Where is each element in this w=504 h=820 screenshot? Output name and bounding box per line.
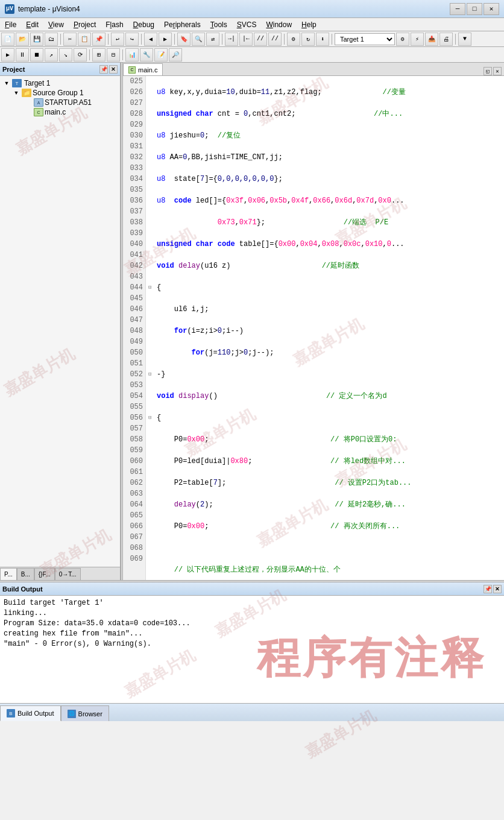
tb2-btn11[interactable]: 📝 bbox=[154, 48, 168, 62]
maximize-button[interactable]: □ bbox=[467, 3, 482, 15]
save-all-button[interactable]: 🗂 bbox=[45, 33, 58, 46]
tb2-btn6[interactable]: ⟳ bbox=[74, 48, 87, 62]
editor-tab-bar: C main.c ◱ ✕ bbox=[123, 63, 504, 76]
tree-expand-sourcegroup1[interactable]: ▼ bbox=[12, 89, 20, 97]
tb2-btn7[interactable]: ⊞ bbox=[92, 48, 106, 62]
bottom-tab-browser[interactable]: 🌐 Browser bbox=[61, 705, 109, 721]
code-lines: u8 key,x,y,duia=10,duib=11,z1,z2,flag; /… bbox=[146, 76, 504, 580]
undo-button[interactable]: ↩ bbox=[111, 33, 124, 46]
indent-button[interactable]: →| bbox=[225, 33, 238, 46]
separator-3 bbox=[141, 34, 142, 45]
separator-6 bbox=[284, 34, 285, 45]
build-line-3: Program Size: data=35.0 xdata=0 code=103… bbox=[4, 619, 500, 629]
tree-expand-startup bbox=[24, 98, 33, 107]
tree-item-startup[interactable]: A STARTUP.A51 bbox=[2, 98, 118, 107]
tb2-btn9[interactable]: 📊 bbox=[125, 48, 139, 62]
bookmark-button[interactable]: 🔖 bbox=[177, 33, 191, 46]
toolbar-1: 📄 📂 💾 🗂 ✂ 📋 📌 ↩ ↪ ◀ ▶ 🔖 🔍 ⇄ →| |← // // … bbox=[0, 31, 504, 47]
tb2-btn2[interactable]: ⏸ bbox=[16, 48, 29, 62]
menu-tools[interactable]: Tools bbox=[206, 19, 232, 30]
outdent-button[interactable]: |← bbox=[239, 33, 253, 46]
build-line-2: linking... bbox=[4, 608, 500, 619]
save-button[interactable]: 💾 bbox=[30, 33, 43, 46]
code-editor[interactable]: 025026027028029 030031032033034 03503603… bbox=[123, 76, 504, 580]
dropdown-arrow[interactable]: ▼ bbox=[458, 33, 471, 46]
nav-fwd-button[interactable]: ▶ bbox=[159, 33, 172, 46]
build-pin-button[interactable]: 📌 bbox=[484, 585, 492, 593]
line-numbers: 025026027028029 030031032033034 03503603… bbox=[123, 76, 146, 580]
target-dropdown[interactable]: Target 1 bbox=[335, 33, 395, 45]
proj-tab-project[interactable]: P... bbox=[0, 568, 17, 580]
menu-file[interactable]: File bbox=[0, 19, 21, 30]
tb2-btn1[interactable]: ▶ bbox=[1, 48, 14, 62]
bottom-tab-build-label: Build Output bbox=[17, 710, 54, 717]
title-bar-controls: ─ □ ✕ bbox=[450, 3, 499, 15]
minimize-button[interactable]: ─ bbox=[450, 3, 465, 15]
target1-label: Target 1 bbox=[24, 79, 50, 87]
build-output-header: Build Output 📌 ✕ bbox=[0, 582, 504, 596]
proj-tab-templates[interactable]: 0→T... bbox=[55, 568, 81, 580]
replace-button[interactable]: ⇄ bbox=[206, 33, 219, 46]
tree-expand-target1[interactable]: ▼ bbox=[2, 79, 11, 87]
startup-label: STARTUP.A51 bbox=[45, 98, 92, 107]
build-close-button[interactable]: ✕ bbox=[493, 585, 502, 593]
target-icon: T bbox=[12, 79, 22, 87]
browser-tab-icon: 🌐 bbox=[68, 710, 76, 718]
separator-8 bbox=[455, 34, 456, 45]
download-button[interactable]: ⬇ bbox=[316, 33, 329, 46]
bottom-tab-browser-label: Browser bbox=[78, 710, 102, 718]
copy-button[interactable]: 📋 bbox=[78, 33, 91, 46]
close-button[interactable]: ✕ bbox=[484, 3, 499, 15]
tb2-btn8[interactable]: ⊟ bbox=[107, 48, 120, 62]
menu-debug[interactable]: Debug bbox=[128, 19, 159, 30]
new-file-button[interactable]: 📄 bbox=[1, 33, 14, 46]
proj-tab-functions[interactable]: {}F... bbox=[34, 568, 55, 580]
target-download-button[interactable]: 📥 bbox=[425, 33, 438, 46]
open-button[interactable]: 📂 bbox=[16, 33, 29, 46]
proj-tab-books[interactable]: B... bbox=[17, 568, 34, 580]
editor-tab-icon-mainc: C bbox=[128, 66, 136, 74]
nav-back-button[interactable]: ◀ bbox=[144, 33, 157, 46]
tb2-btn12[interactable]: 🔎 bbox=[169, 48, 182, 62]
menu-flash[interactable]: Flash bbox=[101, 19, 128, 30]
tb2-btn5[interactable]: ↘ bbox=[59, 48, 72, 62]
project-close-button[interactable]: ✕ bbox=[109, 65, 118, 74]
tree-item-mainc[interactable]: C main.c bbox=[2, 107, 118, 117]
menu-bar: File Edit View Project Flash Debug Perip… bbox=[0, 18, 504, 31]
tb2-btn10[interactable]: 🔧 bbox=[140, 48, 153, 62]
mainc-label: main.c bbox=[45, 108, 66, 116]
menu-window[interactable]: Window bbox=[261, 19, 297, 30]
project-panel-header: Project 📌 ✕ bbox=[0, 63, 120, 76]
target-print-button[interactable]: 🖨 bbox=[439, 33, 453, 46]
separator-5 bbox=[222, 34, 222, 45]
editor-close-button[interactable]: ✕ bbox=[493, 67, 502, 75]
target-flash-button[interactable]: ⚡ bbox=[411, 33, 424, 46]
find-button[interactable]: 🔍 bbox=[192, 33, 205, 46]
tree-item-target1[interactable]: ▼ T Target 1 bbox=[2, 78, 118, 88]
editor-float-button[interactable]: ◱ bbox=[484, 67, 492, 75]
paste-button[interactable]: 📌 bbox=[92, 33, 106, 46]
cut-button[interactable]: ✂ bbox=[63, 33, 77, 46]
build-button[interactable]: ⚙ bbox=[287, 33, 300, 46]
menu-edit[interactable]: Edit bbox=[21, 19, 43, 30]
target-options-button[interactable]: ⚙ bbox=[396, 33, 409, 46]
tb2-btn3[interactable]: ⏹ bbox=[30, 48, 43, 62]
tb2-sep2 bbox=[122, 49, 123, 60]
comment-button[interactable]: // bbox=[254, 33, 267, 46]
rebuild-button[interactable]: ↻ bbox=[301, 33, 315, 46]
project-tabs: P... B... {}F... 0→T... bbox=[0, 567, 120, 580]
tb2-btn4[interactable]: ↗ bbox=[45, 48, 58, 62]
build-output-content: Build target 'Target 1' linking... Progr… bbox=[0, 596, 504, 703]
project-tree: ▼ T Target 1 ▼ 📁 Source Group 1 A STARTU… bbox=[0, 76, 120, 567]
menu-help[interactable]: Help bbox=[297, 19, 321, 30]
menu-peripherals[interactable]: Peripherals bbox=[159, 19, 206, 30]
uncomment-button[interactable]: // bbox=[268, 33, 282, 46]
project-pin-button[interactable]: 📌 bbox=[99, 65, 108, 74]
editor-tab-mainc[interactable]: C main.c bbox=[123, 63, 163, 75]
menu-svcs[interactable]: SVCS bbox=[232, 19, 262, 30]
tree-item-sourcegroup1[interactable]: ▼ 📁 Source Group 1 bbox=[2, 88, 118, 98]
menu-view[interactable]: View bbox=[43, 19, 69, 30]
menu-project[interactable]: Project bbox=[69, 19, 101, 30]
bottom-tab-build[interactable]: B Build Output bbox=[0, 705, 61, 721]
redo-button[interactable]: ↪ bbox=[125, 33, 139, 46]
